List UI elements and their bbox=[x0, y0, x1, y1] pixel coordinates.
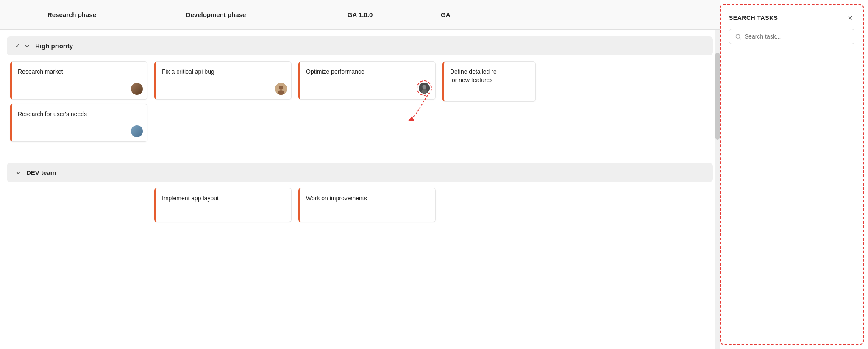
column-header-ga: GA bbox=[432, 0, 720, 29]
group-high-priority-label: High priority bbox=[35, 42, 73, 50]
column-header-development: Development phase bbox=[144, 0, 288, 29]
close-button[interactable]: × bbox=[846, 14, 854, 22]
group-dev-team: DEV team Implement app layout bbox=[7, 163, 713, 222]
search-icon bbox=[735, 33, 741, 40]
task-card-research-market[interactable]: Research market bbox=[10, 61, 147, 100]
svg-point-5 bbox=[421, 89, 427, 94]
scrollbar-track[interactable] bbox=[715, 0, 720, 349]
chevron-down-icon: ✓ bbox=[15, 43, 20, 49]
avatar-blue-brown bbox=[131, 125, 143, 137]
task-title: Implement app layout bbox=[162, 194, 285, 203]
lane-development-high: Fix a critical api bug bbox=[151, 61, 295, 100]
kanban-body: ✓ High priority Research market bbox=[0, 30, 720, 237]
task-card-api-bug[interactable]: Fix a critical api bug bbox=[154, 61, 292, 100]
lane-ga100-high: Optimize performance bbox=[295, 61, 439, 100]
lane-ga-dev bbox=[439, 188, 713, 222]
svg-point-4 bbox=[423, 85, 426, 89]
kanban-scroll[interactable]: Research phase Development phase GA 1.0.… bbox=[0, 0, 720, 349]
column-header-ga100: GA 1.0.0 bbox=[288, 0, 432, 29]
task-card-implement[interactable]: Implement app layout bbox=[154, 188, 292, 222]
task-card-define[interactable]: Define detailed refor new features bbox=[442, 61, 536, 102]
search-input[interactable] bbox=[745, 33, 848, 40]
avatar-brown bbox=[131, 83, 143, 95]
task-title: Optimize performance bbox=[306, 68, 429, 76]
chevron-icon-dev bbox=[15, 170, 21, 176]
avatar-dark bbox=[419, 83, 430, 94]
group-high-priority-header[interactable]: ✓ High priority bbox=[7, 36, 713, 55]
task-title: Work on improvements bbox=[306, 194, 429, 203]
column-header-research: Research phase bbox=[0, 0, 144, 29]
group-high-priority: ✓ High priority Research market bbox=[7, 36, 713, 142]
lane-ga100-dev: Work on improvements bbox=[295, 188, 439, 222]
task-card-optimize[interactable]: Optimize performance bbox=[298, 61, 436, 100]
svg-point-1 bbox=[279, 86, 283, 90]
task-title: Research market bbox=[18, 68, 141, 76]
kanban-area: Research phase Development phase GA 1.0.… bbox=[0, 0, 720, 349]
search-input-wrapper[interactable] bbox=[729, 29, 854, 44]
chevron-icon bbox=[24, 43, 30, 49]
search-panel: SEARCH TASKS × bbox=[720, 4, 864, 345]
lane-ga-high: Define detailed refor new features bbox=[439, 61, 713, 102]
task-card-research-users[interactable]: Research for user's needs bbox=[10, 104, 147, 142]
group-dev-team-header[interactable]: DEV team bbox=[7, 163, 713, 182]
task-title: Research for user's needs bbox=[18, 110, 141, 119]
lane-research-dev bbox=[7, 188, 151, 222]
column-headers: Research phase Development phase GA 1.0.… bbox=[0, 0, 720, 30]
lane-research-high: Research market Research for user's need… bbox=[7, 61, 151, 142]
avatar-person bbox=[275, 83, 287, 95]
svg-line-7 bbox=[740, 38, 741, 39]
search-panel-header: SEARCH TASKS × bbox=[729, 14, 854, 22]
group-dev-team-label: DEV team bbox=[26, 169, 56, 176]
lane-development-dev: Implement app layout bbox=[151, 188, 295, 222]
avatar-highlighted-wrapper bbox=[417, 80, 432, 96]
dev-team-lanes: Implement app layout Work on improvement… bbox=[7, 188, 713, 222]
search-panel-title: SEARCH TASKS bbox=[729, 14, 778, 21]
high-priority-lanes: Research market Research for user's need… bbox=[7, 61, 713, 142]
task-card-work-improvements[interactable]: Work on improvements bbox=[298, 188, 436, 222]
task-title: Fix a critical api bug bbox=[162, 68, 285, 76]
task-title: Define detailed refor new features bbox=[450, 68, 529, 84]
scrollbar-thumb[interactable] bbox=[715, 53, 720, 140]
